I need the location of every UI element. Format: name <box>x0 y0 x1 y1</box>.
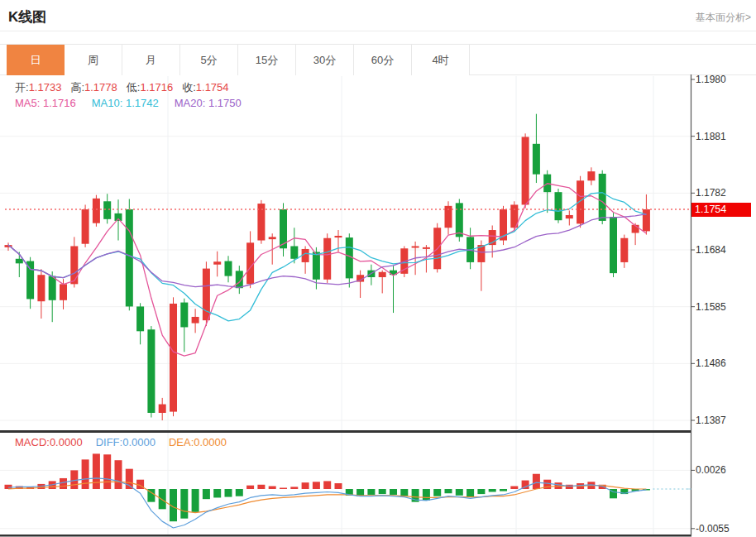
price-tick-1.1782: 1.1782 <box>696 187 726 199</box>
close-value: 收:1.1754 <box>182 80 228 95</box>
diff-value: DIFF:0.0000 <box>96 436 156 448</box>
ma5-value: MA5: 1.1716 <box>15 97 76 109</box>
macd-legend: MACD:0.0000 DIFF:0.0000 DEA:0.0000 <box>15 436 227 448</box>
dea-value: DEA:0.0000 <box>169 436 227 448</box>
ohlc-legend: 开:1.1733 高:1.1778 低:1.1716 收:1.1754 <box>15 80 229 95</box>
high-value: 高:1.1778 <box>70 80 117 95</box>
price-tick-1.1486: 1.1486 <box>696 357 726 369</box>
ma20-value: MA20: 1.1750 <box>175 97 242 109</box>
price-tick-1.1387: 1.1387 <box>696 415 726 426</box>
ma-legend: MA5: 1.1716 MA10: 1.1742 MA20: 1.1750 <box>15 97 242 109</box>
current-price-tag: 1.1754 <box>691 203 751 217</box>
open-value: 开:1.1733 <box>15 80 61 95</box>
price-tick-1.1881: 1.1881 <box>696 131 726 142</box>
macd-tick-0.0026: 0.0026 <box>696 464 726 476</box>
macd-tick--0.0055: -0.0055 <box>696 523 730 535</box>
ma10-value: MA10: 1.1742 <box>92 97 159 109</box>
price-tick-1.1684: 1.1684 <box>696 244 726 256</box>
low-value: 低:1.1716 <box>127 80 173 95</box>
kline-page: K线图 基本面分析> 日周月5分15分30分60分4时 开:1.1733 高:1… <box>0 0 756 537</box>
price-tick-1.1585: 1.1585 <box>696 301 726 313</box>
macd-value: MACD:0.0000 <box>15 436 83 448</box>
price-tick-1.1980: 1.1980 <box>696 74 726 85</box>
